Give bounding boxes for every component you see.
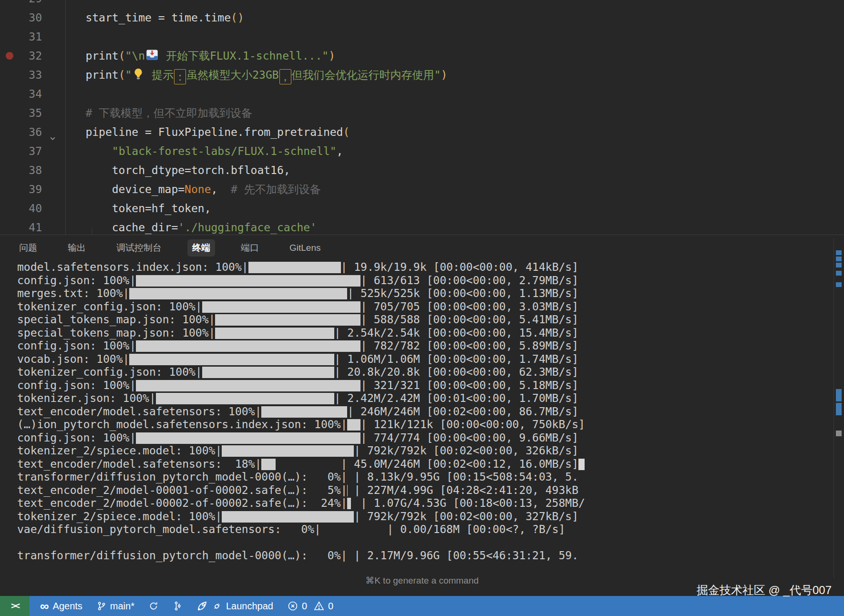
gutter[interactable]: 35 — [0, 103, 59, 123]
panel-tab-调试控制台[interactable]: 调试控制台 — [112, 239, 166, 257]
progress-bar — [215, 314, 360, 326]
code-text: token=hf_token, — [59, 199, 211, 218]
progress-bar — [129, 288, 347, 299]
panel-tab-输出[interactable]: 输出 — [63, 239, 91, 257]
source-control-graph-button[interactable] — [173, 601, 182, 611]
progress-bar — [347, 472, 354, 483]
code-text: # 下载模型，但不立即加载到设备 — [59, 103, 252, 123]
gutter[interactable]: 33 — [0, 65, 59, 84]
gutter[interactable]: 38 — [0, 161, 59, 180]
progress-bar — [129, 354, 334, 365]
gutter[interactable]: 36 — [0, 123, 59, 142]
terminal-line: tokenizer_config.json: 100%|| 705/705 [0… — [17, 300, 844, 314]
terminal-line: text_encoder/model.safetensors: 18%|| 45… — [17, 458, 844, 471]
code-line: 40 token=hf_token, — [0, 199, 844, 218]
progress-bar — [248, 262, 341, 273]
gutter[interactable]: 40 — [0, 199, 59, 218]
agents-label: Agents — [53, 601, 82, 612]
terminal-output[interactable]: model.safetensors.index.json: 100%|| 19.… — [0, 261, 844, 563]
progress-bar — [136, 340, 360, 352]
gutter[interactable]: 34 — [0, 84, 59, 103]
commit-graph-icon — [173, 601, 182, 611]
sync-icon — [149, 601, 158, 611]
progress-bar — [261, 406, 347, 418]
git-branch-icon — [97, 601, 106, 611]
progress-bar — [222, 511, 354, 523]
gutter[interactable]: 37 — [0, 142, 59, 161]
overview-ruler-mark — [836, 263, 842, 267]
bulb-emoji — [133, 67, 144, 86]
line-number: 29 — [29, 0, 42, 8]
terminal-line: config.json: 100%|| 321/321 [00:00<00:00… — [17, 379, 844, 392]
code-text: start_time = time.time() — [59, 8, 244, 27]
terminal-line: text_encoder/model.safetensors: 100%|| 2… — [17, 405, 844, 419]
code-text: "black-forest-labs/FLUX.1-schnell", — [59, 142, 343, 161]
code-line: 33 print(" 提示：虽然模型大小23GB，但我们会优化运行时内存使用") — [0, 65, 844, 84]
code-line: 36 pipeline = FluxPipeline.from_pretrain… — [0, 123, 844, 142]
code-line: 41 cache_dir='./huggingface_cache' — [0, 218, 844, 235]
terminal-line: transformer/diffusion_pytorch_model-0000… — [17, 549, 844, 563]
infinity-icon: ∞ — [40, 601, 49, 611]
launchpad-button[interactable]: Launchpad — [196, 600, 273, 612]
gutter[interactable]: 31 — [0, 27, 59, 46]
terminal-line: tokenizer_config.json: 100%|| 20.8k/20.8… — [17, 366, 844, 379]
panel-tab-问题[interactable]: 问题 — [14, 239, 42, 257]
panel-tab-GitLens[interactable]: GitLens — [285, 240, 325, 256]
plug-icon — [212, 601, 222, 611]
code-line: 37 "black-forest-labs/FLUX.1-schnell", — [0, 142, 844, 161]
progress-bar — [347, 550, 354, 562]
code-text: pipeline = FluxPipeline.from_pretrained( — [59, 123, 350, 142]
code-line: 31 — [0, 27, 844, 46]
warnings-icon — [314, 601, 324, 611]
terminal-line: vae/diffusion_pytorch_model.safetensors:… — [17, 523, 844, 536]
line-number: 30 — [29, 8, 42, 27]
line-number: 34 — [29, 84, 42, 103]
code-text: torch_dtype=torch.bfloat16, — [59, 161, 290, 180]
bottom-panel: 问题输出调试控制台终端端口GitLens model.safetensors.i… — [0, 235, 844, 596]
line-number: 33 — [29, 65, 42, 84]
gutter[interactable]: 29 — [0, 0, 59, 8]
agents-button[interactable]: ∞ Agents — [40, 601, 82, 612]
terminal-scrollbar[interactable] — [834, 238, 834, 578]
gutter[interactable]: 41 — [0, 218, 59, 235]
problems-button[interactable]: 0 0 — [288, 601, 333, 612]
code-line: 29 — [0, 0, 844, 8]
progress-bar — [347, 498, 360, 509]
terminal-line: config.json: 100%|| 782/782 [00:00<00:00… — [17, 339, 844, 353]
breakpoint-icon[interactable] — [6, 52, 13, 60]
progress-bar — [136, 275, 360, 287]
terminal-line: text_encoder_2/model-00002-of-00002.safe… — [17, 497, 844, 510]
terminal-line — [17, 536, 844, 550]
panel-tabs: 问题输出调试控制台终端端口GitLens — [0, 235, 844, 261]
gutter[interactable]: 39 — [0, 180, 59, 199]
progress-bar — [215, 328, 334, 339]
progress-bar — [347, 419, 360, 431]
line-number: 40 — [29, 199, 42, 218]
inbox-emoji — [146, 48, 158, 67]
terminal-line: config.json: 100%|| 613/613 [00:00<00:00… — [17, 274, 844, 287]
code-line: 34 — [0, 84, 844, 103]
terminal-line: (…)ion_pytorch_model.safetensors.index.j… — [17, 418, 844, 431]
git-branch-label: main* — [110, 601, 134, 612]
overview-ruler-mark — [836, 250, 842, 255]
overview-ruler-mark — [836, 257, 842, 261]
code-line: 38 torch_dtype=torch.bfloat16, — [0, 161, 844, 180]
remote-indicator[interactable]: >< — [0, 596, 30, 616]
overview-ruler-mark — [836, 431, 842, 436]
ide-window: 2930 start_time = time.time()3132 print(… — [0, 0, 844, 616]
panel-tab-终端[interactable]: 终端 — [187, 239, 215, 257]
progress-bar — [202, 301, 360, 313]
sync-button[interactable] — [149, 601, 158, 611]
gutter[interactable]: 32 — [0, 46, 59, 65]
progress-bar — [202, 367, 334, 378]
code-editor[interactable]: 2930 start_time = time.time()3132 print(… — [0, 0, 844, 235]
terminal-line: merges.txt: 100%|| 525k/525k [00:00<00:0… — [17, 287, 844, 300]
code-line: 39 device_map=None, # 先不加载到设备 — [0, 180, 844, 199]
panel-tab-端口[interactable]: 端口 — [236, 239, 264, 257]
line-number: 31 — [29, 27, 42, 46]
terminal-line: text_encoder_2/model-00001-of-00002.safe… — [17, 484, 844, 497]
git-branch-button[interactable]: main* — [97, 601, 134, 612]
line-number: 37 — [29, 142, 42, 161]
progress-bar — [136, 432, 360, 444]
gutter[interactable]: 30 — [0, 8, 59, 27]
